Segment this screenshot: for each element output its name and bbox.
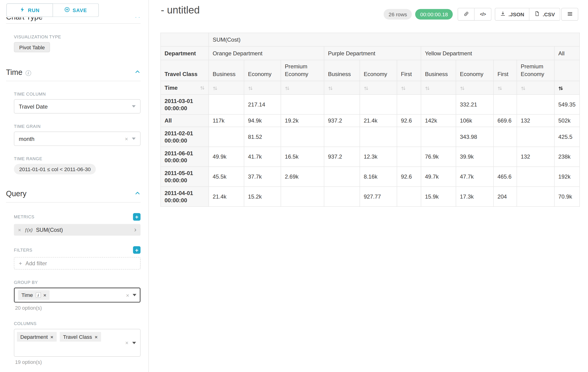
export-json-button[interactable]: .JSON [495,8,530,21]
remove-chip-icon[interactable]: × [94,334,97,339]
pivot-value-cell [360,127,397,147]
pivot-value-cell [360,95,397,115]
sort-icon[interactable] [460,85,465,91]
chevron-up-icon[interactable] [135,190,141,197]
sortable-column-cell[interactable] [244,81,281,94]
query-section-title: Query [6,190,27,198]
sort-icon[interactable] [200,85,205,90]
caret-down-icon [132,341,136,344]
caret-down-icon [132,105,136,108]
column-header-cell: Business [209,60,244,81]
columns-chip[interactable]: Travel Class × [60,332,101,341]
pivot-value-cell [209,127,244,147]
time-range-button[interactable]: 2011-01-01 ≤ col < 2011-06-30 [14,164,96,174]
columns-select[interactable]: Department × Travel Class × × [14,329,141,357]
pivot-value-cell: 16.5k [281,147,324,167]
row-header-cell: All [161,114,209,127]
sort-active-desc-icon[interactable] [558,85,563,91]
sortable-column-cell[interactable] [456,81,494,94]
section-header-time[interactable]: Time i [6,68,141,81]
row-level-time-cell: Time [161,81,209,94]
pivot-value-cell: 39.9k [456,147,494,167]
pivot-table: SUM(Cost)DepartmentOrange DepartmentPurp… [160,33,580,207]
control-panel: Chart Type RUN SAVE [0,0,149,372]
row-header-cell: 2011-02-01 00:00:00 [161,127,209,147]
run-button[interactable]: RUN [6,3,53,17]
remove-chip-icon[interactable]: × [43,293,46,298]
pivot-value-cell: 94.9k [244,114,281,127]
pivot-value-cell [324,127,360,147]
remove-metric-icon[interactable]: × [18,227,21,233]
export-csv-button[interactable]: .CSV [529,8,560,21]
time-grain-select[interactable]: month × [14,132,141,146]
embed-code-button[interactable]: </> [475,8,492,21]
add-filter-placeholder: Add filter [26,260,47,266]
group-by-chip[interactable]: Time i × [18,290,50,300]
sortable-column-cell[interactable] [324,81,360,94]
add-metric-button[interactable]: + [133,213,140,221]
pivot-value-cell: 927.77 [360,187,397,207]
sortable-column-cell[interactable] [360,81,397,94]
sortable-column-cell[interactable] [554,81,579,94]
copy-link-button[interactable] [458,8,475,21]
sort-icon[interactable] [285,85,290,91]
pivot-value-cell: 15.2k [244,187,281,207]
download-icon [500,11,506,18]
column-header-cell: Premium Economy [517,60,555,81]
sort-icon[interactable] [328,85,333,91]
pivot-value-cell [324,95,360,115]
add-filter-dropzone[interactable]: + Add filter [14,257,141,269]
sort-icon[interactable] [497,85,502,91]
control-panel-content: VISUALIZATION TYPE Pivot Table Time i TI… [0,24,148,372]
columns-chip[interactable]: Department × [17,332,57,341]
pivot-value-cell: 49.9k [209,147,244,167]
clear-icon[interactable]: × [125,340,128,345]
sortable-column-cell[interactable] [281,81,324,94]
columns-label: COLUMNS [14,321,141,326]
sortable-column-cell[interactable] [397,81,421,94]
time-column-select[interactable]: Travel Date [14,99,141,114]
link-icon [463,11,469,18]
pivot-value-cell [421,127,456,147]
visualization-type-button[interactable]: Pivot Table [14,42,50,52]
sort-icon[interactable] [364,85,369,91]
hamburger-menu-icon [567,11,573,18]
caret-down-icon [132,138,136,140]
superset-explore-view: Chart Type RUN SAVE [0,0,588,372]
time-section-title: Time [6,68,22,77]
sortable-column-cell[interactable] [494,81,517,94]
sort-icon[interactable] [401,85,406,91]
chevron-right-icon[interactable]: › [134,226,136,233]
save-button[interactable]: SAVE [53,3,99,17]
sortable-column-cell[interactable] [209,81,244,94]
query-timer-badge: 00:00:00.18 [415,9,453,20]
add-filter-plus-button[interactable]: + [133,246,140,254]
chart-title[interactable]: - untitled [161,4,200,16]
clear-icon[interactable]: × [126,292,129,298]
menu-button[interactable] [561,8,578,21]
chevron-up-icon[interactable] [135,69,141,76]
pivot-value-cell [517,95,555,115]
column-header-cell: Economy [360,60,397,81]
time-grain-label: TIME GRAIN [14,124,141,128]
group-by-options-hint: 20 option(s) [15,305,141,311]
clear-icon[interactable]: × [125,136,128,141]
visualization-type-label: VISUALIZATION TYPE [14,35,141,39]
plus-icon: + [19,260,22,266]
pivot-value-cell: 49.7k [421,167,456,187]
sort-icon[interactable] [248,85,253,91]
remove-chip-icon[interactable]: × [51,334,53,339]
sortable-column-cell[interactable] [517,81,555,94]
pivot-value-cell [397,147,421,167]
metric-chip[interactable]: × ƒ(x) SUM(Cost) › [14,224,141,235]
sort-icon[interactable] [425,85,430,91]
pivot-value-cell: 238k [554,147,579,167]
export-csv-label: .CSV [543,11,555,17]
sort-icon[interactable] [213,85,218,91]
group-by-select[interactable]: Time i × × [14,287,141,303]
section-header-query[interactable]: Query [6,190,141,203]
sort-icon[interactable] [521,85,526,91]
sortable-column-cell[interactable] [421,81,456,94]
info-icon: i [25,70,31,76]
save-button-label: SAVE [73,7,87,13]
